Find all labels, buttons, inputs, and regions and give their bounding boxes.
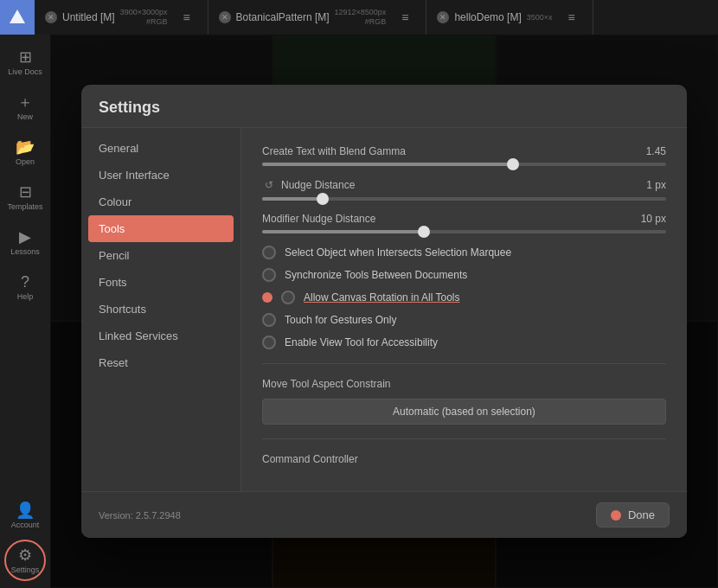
account-icon: 👤: [16, 502, 35, 518]
done-button-label: Done: [628, 508, 655, 521]
nav-item-colour[interactable]: Colour: [81, 189, 240, 215]
toggle-canvas-rotation-label: Allow Canvas Rotation in All Tools: [304, 291, 460, 304]
tab-2-info: 12912×8500px#RGB: [335, 8, 387, 27]
nudge-reset-icon[interactable]: ↺: [262, 178, 276, 192]
sidebar: ⊞ Live Docs ＋ New 📂 Open ⊟ Templates ▶ L…: [0, 35, 50, 588]
toggle-canvas-rotation: Allow Canvas Rotation in All Tools: [262, 291, 666, 304]
tab-bar: ✕ Untitled [M] 3900×3000px#RGB ≡ ✕ Botan…: [0, 0, 718, 35]
modal-overlay: Settings General User Interface: [50, 35, 718, 588]
settings-content: Create Text with Blend Gamma 1.45: [241, 128, 687, 491]
canvas-rotation-annotation-dot: [262, 292, 272, 303]
modifier-nudge-fill: [262, 230, 424, 233]
modifier-nudge-thumb[interactable]: [418, 226, 430, 238]
toggle-view-tool-control[interactable]: [262, 336, 276, 349]
main-area: ⊞ Live Docs ＋ New 📂 Open ⊟ Templates ▶ L…: [0, 35, 718, 588]
templates-icon: ⊟: [19, 184, 32, 200]
blend-gamma-label: Create Text with Blend Gamma: [262, 145, 406, 157]
sidebar-item-live-docs[interactable]: ⊞ Live Docs: [4, 42, 46, 83]
move-tool-dropdown[interactable]: Automatic (based on selection): [262, 399, 666, 425]
nav-item-shortcuts[interactable]: Shortcuts: [81, 296, 240, 323]
sidebar-item-account[interactable]: 👤 Account: [4, 495, 46, 536]
canvas-area: Vector & Pixel Persona 🌿 🌸 helloDemo Scr…: [50, 35, 718, 588]
toggle-sync-tools-label: Synchronize Tools Between Documents: [285, 269, 467, 281]
close-tab-3-icon[interactable]: ✕: [437, 11, 449, 23]
modifier-nudge-header: Modifier Nudge Distance 10 px: [262, 213, 666, 225]
help-icon: ?: [21, 274, 29, 290]
settings-modal: Settings General User Interface: [81, 85, 687, 538]
tab-3-info: 3500×x: [527, 13, 553, 22]
blend-gamma-track[interactable]: [262, 163, 666, 166]
done-button[interactable]: Done: [596, 502, 670, 527]
divider-2: [262, 438, 666, 439]
tab-2-menu-icon[interactable]: ≡: [394, 7, 415, 28]
sidebar-item-help-label: Help: [17, 292, 34, 301]
tab-1-info: 3900×3000px#RGB: [120, 8, 168, 27]
tab-3-menu-icon[interactable]: ≡: [561, 7, 582, 28]
blend-gamma-fill: [262, 163, 513, 166]
tab-hello[interactable]: ✕ helloDemo [M] 3500×x ≡: [426, 0, 593, 35]
nav-item-general[interactable]: General: [81, 135, 240, 162]
sidebar-item-templates-label: Templates: [7, 202, 42, 211]
toggle-select-object: Select Object when Intersects Selection …: [262, 246, 666, 259]
nudge-header: ↺ Nudge Distance 1 px: [262, 178, 666, 192]
blend-gamma-row: Create Text with Blend Gamma 1.45: [262, 145, 666, 166]
nudge-distance-row: ↺ Nudge Distance 1 px: [262, 178, 666, 201]
toggle-group: Select Object when Intersects Selection …: [262, 246, 666, 349]
divider-1: [262, 363, 666, 364]
sidebar-item-open[interactable]: 📂 Open: [4, 131, 46, 173]
nav-item-ui[interactable]: User Interface: [81, 162, 240, 189]
blend-gamma-header: Create Text with Blend Gamma 1.45: [262, 145, 666, 157]
nudge-value: 1 px: [646, 179, 666, 191]
nav-item-linked[interactable]: Linked Services: [81, 323, 240, 349]
sidebar-item-templates[interactable]: ⊟ Templates: [4, 176, 46, 218]
live-docs-icon: ⊞: [19, 49, 32, 65]
toggle-select-object-control[interactable]: [262, 246, 276, 259]
sidebar-item-lessons[interactable]: ▶ Lessons: [4, 221, 46, 263]
tab-untitled[interactable]: ✕ Untitled [M] 3900×3000px#RGB ≡: [35, 0, 208, 35]
toggle-view-tool: Enable View Tool for Accessibility: [262, 336, 666, 349]
nav-item-pencil[interactable]: Pencil: [81, 242, 240, 269]
close-tab-1-icon[interactable]: ✕: [45, 11, 57, 23]
tab-botanical[interactable]: ✕ BotanicalPattern [M] 12912×8500px#RGB …: [208, 0, 427, 35]
command-controller-title: Command Controller: [262, 453, 666, 465]
app-logo: [0, 0, 35, 35]
toggle-view-tool-label: Enable View Tool for Accessibility: [285, 336, 438, 348]
svg-marker-0: [10, 10, 25, 23]
toggle-touch-gestures-control[interactable]: [262, 313, 276, 327]
nudge-track[interactable]: [262, 197, 666, 201]
open-icon: 📂: [16, 139, 35, 155]
settings-icon: ⚙: [18, 547, 32, 563]
toggle-touch-gestures-label: Touch for Gestures Only: [285, 314, 396, 326]
nav-item-reset[interactable]: Reset: [81, 349, 240, 376]
new-icon: ＋: [17, 94, 33, 110]
close-tab-2-icon[interactable]: ✕: [219, 11, 231, 23]
toggle-touch-gestures: Touch for Gestures Only: [262, 313, 666, 327]
tab-2-label: BotanicalPattern [M]: [236, 11, 330, 23]
blend-gamma-thumb[interactable]: [507, 158, 519, 170]
blend-gamma-value: 1.45: [646, 145, 666, 157]
toggle-sync-tools-control[interactable]: [262, 268, 276, 282]
modifier-nudge-value: 10 px: [641, 213, 666, 225]
sidebar-item-live-docs-label: Live Docs: [8, 67, 42, 76]
sidebar-item-account-label: Account: [11, 521, 40, 529]
modal-title: Settings: [81, 85, 687, 128]
nudge-label: Nudge Distance: [281, 179, 355, 191]
nav-item-fonts[interactable]: Fonts: [81, 269, 240, 296]
toggle-canvas-rotation-control[interactable]: [281, 291, 295, 304]
sidebar-item-new[interactable]: ＋ New: [4, 86, 46, 128]
tab-1-label: Untitled [M]: [62, 11, 115, 23]
nav-item-tools[interactable]: Tools: [88, 215, 234, 242]
nudge-thumb[interactable]: [317, 193, 329, 205]
sidebar-item-help[interactable]: ? Help: [4, 266, 46, 308]
modifier-nudge-track[interactable]: [262, 230, 666, 233]
settings-nav: General User Interface Colour Tools: [81, 128, 241, 491]
done-button-dot: [611, 510, 621, 521]
modal-footer: Version: 2.5.7.2948 Done: [81, 491, 687, 538]
toggle-sync-tools: Synchronize Tools Between Documents: [262, 268, 666, 282]
tab-1-menu-icon[interactable]: ≡: [176, 7, 197, 28]
sidebar-item-new-label: New: [17, 112, 33, 121]
sidebar-item-settings[interactable]: ⚙ Settings: [4, 540, 46, 581]
nudge-fill: [262, 197, 323, 201]
version-label: Version: 2.5.7.2948: [99, 510, 181, 521]
sidebar-item-open-label: Open: [16, 157, 35, 166]
